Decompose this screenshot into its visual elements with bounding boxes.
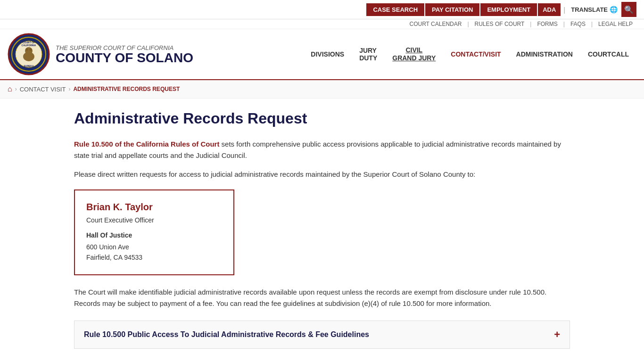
nav-contact-visit[interactable]: CONTACT/VISIT (443, 47, 508, 62)
svg-point-7 (25, 47, 33, 55)
contact-card: Brian K. Taylor Court Executive Officer … (74, 189, 234, 275)
legal-help-link[interactable]: LEGAL HELP (594, 21, 636, 27)
home-icon: ⌂ (8, 85, 12, 93)
employment-button[interactable]: EMPLOYMENT (480, 3, 537, 16)
contact-address: 600 Union Ave Fairfield, CA 94533 (86, 242, 222, 263)
body-text: The Court will make identifiable judicia… (74, 287, 570, 309)
contact-name: Brian K. Taylor (86, 202, 222, 213)
rule-10500-link[interactable]: Rule 10.500 of the California Rules of C… (74, 140, 219, 148)
sep-4: | (591, 21, 593, 27)
breadcrumb: ⌂ › CONTACT VISIT › ADMINISTRATIVE RECOR… (0, 80, 644, 99)
main-content: Administrative Records Request Rule 10.5… (63, 99, 581, 362)
globe-icon: 🌐 (610, 6, 618, 13)
contact-title: Court Executive Officer (86, 216, 222, 224)
pay-citation-button[interactable]: PAY CITATION (425, 3, 479, 16)
breadcrumb-current-page: ADMINISTRATIVE RECORDS REQUEST (73, 86, 180, 92)
sep-1: | (467, 21, 469, 27)
court-calendar-link[interactable]: COURT CALENDAR (405, 21, 465, 27)
case-search-button[interactable]: CASE SEARCH (366, 3, 424, 16)
breadcrumb-contact-visit-link[interactable]: CONTACT VISIT (20, 86, 66, 93)
ada-button[interactable]: ADA (538, 3, 561, 16)
contact-location: Hall Of Justice (86, 231, 222, 239)
accordion-expand-icon: + (554, 329, 560, 341)
svg-point-8 (26, 49, 28, 51)
nav-civil-grand-jury[interactable]: CIVIL GRAND JURY (385, 42, 443, 66)
breadcrumb-home-link[interactable]: ⌂ (8, 85, 12, 93)
search-icon: 🔍 (624, 5, 634, 14)
svg-point-9 (30, 49, 32, 51)
nav-divisions[interactable]: DIVISIONS (303, 47, 352, 62)
sep-3: | (563, 21, 565, 27)
breadcrumb-sep-1: › (15, 86, 17, 92)
accordion-header[interactable]: Rule 10.500 Public Access To Judicial Ad… (74, 321, 570, 348)
nav-jury-duty-label: JURYDUTY (359, 47, 377, 62)
site-header: COURT OF CALIFORNIA EUREKA THE SUPERIOR … (0, 29, 644, 80)
nav-administration[interactable]: ADMINISTRATION (509, 47, 580, 62)
county-name: COUNTY OF SOLANO (56, 51, 193, 65)
nav-civil-label: CIVIL (405, 46, 422, 54)
translate-button[interactable]: TRANSLATE 🌐 (567, 6, 621, 13)
breadcrumb-sep-2: › (68, 86, 70, 92)
contact-address-line2: Fairfield, CA 94533 (86, 252, 222, 263)
logo-text: THE SUPERIOR COURT OF CALIFORNIA COUNTY … (56, 44, 193, 65)
court-seal: COURT OF CALIFORNIA EUREKA (8, 33, 50, 75)
top-utility-bar: CASE SEARCH PAY CITATION EMPLOYMENT ADA … (0, 0, 644, 19)
secondary-links-bar: COURT CALENDAR | RULES OF COURT | FORMS … (0, 19, 644, 29)
translate-label: TRANSLATE (571, 6, 608, 13)
rules-of-court-link[interactable]: RULES OF COURT (471, 21, 528, 27)
contact-address-line1: 600 Union Ave (86, 242, 222, 252)
nav-courtcall[interactable]: COURTCALL (580, 47, 636, 62)
svg-text:CALIFORNIA: CALIFORNIA (22, 44, 36, 47)
nav-jury-duty[interactable]: JURYDUTY (352, 43, 385, 66)
nav-grand-jury-label: GRAND JURY (392, 54, 436, 62)
intro-paragraph: Rule 10.500 of the California Rules of C… (74, 139, 570, 161)
accordion-rule-10500: Rule 10.500 Public Access To Judicial Ad… (74, 321, 570, 349)
accordion-title: Rule 10.500 Public Access To Judicial Ad… (84, 330, 369, 339)
main-navigation: DIVISIONS JURYDUTY CIVIL GRAND JURY CONT… (303, 42, 636, 66)
sep-2: | (530, 21, 531, 27)
faqs-link[interactable]: FAQS (567, 21, 589, 27)
pipe-separator-1: | (563, 6, 565, 14)
search-button[interactable]: 🔍 (621, 2, 636, 17)
logo-area: COURT OF CALIFORNIA EUREKA THE SUPERIOR … (8, 33, 303, 75)
svg-text:EUREKA: EUREKA (24, 65, 34, 67)
forms-link[interactable]: FORMS (533, 21, 561, 27)
page-title: Administrative Records Request (74, 110, 570, 127)
direct-text: Please direct written requests for acces… (74, 169, 570, 180)
